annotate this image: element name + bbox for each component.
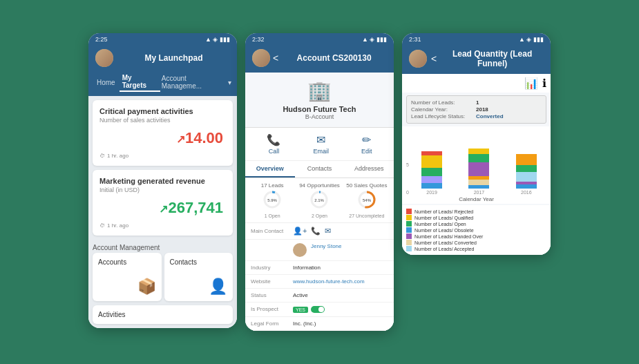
avatar-1 (95, 49, 113, 67)
back-button-3[interactable]: < (431, 53, 437, 64)
legend-dot-2 (406, 221, 412, 227)
tab-contacts[interactable]: Contacts (295, 161, 345, 178)
contact-phone-icon[interactable]: 📞 (311, 227, 321, 236)
activities-bar[interactable]: Activities (93, 305, 233, 324)
svg-text:5.9%: 5.9% (267, 198, 277, 202)
legal-form-label: Legal Form (251, 320, 289, 327)
legend-label-0: Number of Leads/ Rejected (414, 209, 473, 214)
bars-row: 2019 2017 (412, 140, 546, 195)
tab-overview[interactable]: Overview (245, 161, 295, 178)
opportunities-circle: 2.1% (309, 190, 329, 209)
prospect-toggle: YES (293, 306, 388, 313)
edit-button[interactable]: ✏ Edit (361, 133, 372, 155)
bar-seg-3 (468, 162, 489, 176)
leads-stat: 17 Leads 5.9% 1 Open (249, 182, 295, 218)
legend-label-4: Number of Leads/ Handed Over (414, 234, 483, 239)
y-axis: 5 0 (406, 140, 412, 195)
legend-label-1: Number of Leads/ Qualified (414, 215, 473, 220)
prospect-toggle-switch[interactable] (311, 306, 325, 313)
legend-dot-5 (406, 240, 412, 245)
contact-avatar (293, 243, 307, 257)
contacts-card[interactable]: Contacts 👤 (164, 253, 233, 301)
bar-seg-4 (468, 154, 489, 162)
bar-seg-0 (421, 183, 442, 189)
nav-account-mgmt[interactable]: Account Manageme... ▾ (162, 75, 231, 90)
leads-count: 17 Leads (249, 182, 295, 189)
legend-dot-6 (406, 246, 412, 251)
card1-arrow: ↗ (176, 133, 185, 145)
marketing-revenue-card: Marketing generated revenue Initial (in … (93, 170, 233, 236)
website-row: Website www.hudson-future-tech.com (245, 275, 394, 289)
edit-icon: ✏ (362, 133, 371, 146)
legend-item-1: Number of Leads/ Qualified (406, 215, 546, 220)
main-contact-label: Main Contact (251, 228, 289, 234)
tooltip-key-1: Calendar Year: (411, 106, 473, 113)
accounts-card[interactable]: Accounts 📦 (93, 253, 162, 301)
phone-body-2: 🏢 Hudson Future Tech B-Account 📞 Call ✉ … (245, 73, 394, 331)
nav-home[interactable]: Home (94, 77, 118, 88)
nav-my-targets[interactable]: My Targets (120, 73, 160, 92)
legend-item-6: Number of Leads/ Accepted (406, 246, 546, 251)
card2-subtitle: Initial (in USD) (99, 186, 226, 193)
legend-dot-4 (406, 233, 412, 239)
bar-seg-1 (421, 176, 442, 183)
tab-addresses[interactable]: Addresses (344, 161, 394, 178)
contact-name[interactable]: Jenny Stone (311, 243, 388, 249)
call-button[interactable]: 📞 Call (267, 133, 280, 155)
phone-body-3: 📊 ℹ Number of Leads: 1 Calendar Year: 20… (402, 74, 551, 255)
critical-payment-card: Critical payment activities Number of sa… (93, 100, 233, 166)
header-1: My Launchpad (88, 45, 237, 73)
clock-icon-1: ⏱ (99, 153, 105, 159)
email-button[interactable]: ✉ Email (313, 133, 329, 155)
tooltip-key-0: Number of Leads: (411, 99, 473, 106)
sales-quotes-stat: 50 Sales Quotes 54% 27 Uncompleted (344, 182, 390, 218)
legend-item-3: Number of Leads/ Obsolete (406, 227, 546, 233)
bar-seg-3 (516, 165, 537, 172)
tooltip-key-2: Lead Lifecycle Status: (411, 113, 473, 119)
phone-lead-funnel: 2:31 ▲ ◈ ▮▮▮ < Lead Quantity (Lead Funne… (402, 33, 551, 255)
back-button-2[interactable]: < (273, 52, 278, 64)
status-row: Status Active (245, 289, 394, 303)
grid-cards: Accounts 📦 Contacts 👤 (93, 253, 233, 301)
contact-add-icon[interactable]: 👤+ (293, 227, 307, 236)
website-value[interactable]: www.hudson-future-tech.com (293, 278, 388, 285)
stacked-bar-2017 (468, 149, 489, 189)
industry-label: Industry (251, 265, 289, 271)
status-value: Active (293, 292, 388, 298)
prospect-label: Is Prospect (251, 306, 289, 312)
legal-form-value: Inc. (Inc.) (293, 320, 388, 327)
card1-subtitle: Number of sales activities (99, 117, 226, 124)
bar-seg-1 (468, 180, 489, 185)
phone-launchpad: 2:25 ▲ ◈ ▮▮▮ My Launchpad Home My Target… (88, 33, 237, 328)
account-icon-area: 🏢 Hudson Future Tech B-Account (245, 73, 394, 128)
sales-quotes-circle: 54% (357, 190, 376, 209)
chart-info-icon[interactable]: ℹ (542, 77, 546, 90)
website-label: Website (251, 278, 289, 285)
nav-1: Home My Targets Account Manageme... ▾ (88, 73, 237, 96)
legend-area: Number of Leads/ Rejected Number of Lead… (402, 205, 551, 255)
card2-value: ↗267,741 (99, 193, 226, 220)
opportunities-count: 94 Opportunities (296, 182, 342, 189)
stats-row: 17 Leads 5.9% 1 Open 94 Opportunities 2.… (245, 178, 394, 223)
contacts-label: Contacts (170, 258, 197, 266)
stacked-bar-2019 (421, 151, 442, 189)
phone-account: 2:32 ▲ ◈ ▮▮▮ < Account CS200130 🏢 Hudson… (245, 33, 394, 331)
status-icons-3: ▲ ◈ ▮▮▮ (519, 36, 544, 43)
card1-footer: ⏱ 1 hr. ago (99, 153, 226, 159)
chart-x-axis-label: Calendar Year (406, 195, 546, 204)
sales-quotes-count: 50 Sales Quotes (344, 182, 390, 189)
card2-title: Marketing generated revenue (99, 177, 226, 185)
svg-text:2.1%: 2.1% (315, 198, 325, 202)
stacked-bar-2016 (516, 154, 537, 189)
chevron-down-icon: ▾ (228, 79, 231, 86)
card2-footer: ⏱ 1 hr. ago (99, 222, 226, 229)
bar-label-2017: 2017 (474, 190, 485, 195)
clock-icon-2: ⏱ (99, 222, 105, 229)
legend-dot-3 (406, 227, 412, 233)
status-icons-1: ▲ ◈ ▮▮▮ (205, 36, 230, 43)
contact-email-icon[interactable]: ✉ (325, 227, 331, 236)
legend-label-2: Number of Leads/ Open (414, 222, 466, 227)
chart-bar-icon[interactable]: 📊 (524, 77, 538, 90)
card2-arrow: ↗ (159, 203, 168, 215)
bar-chart-wrapper: 5 0 (402, 126, 551, 204)
